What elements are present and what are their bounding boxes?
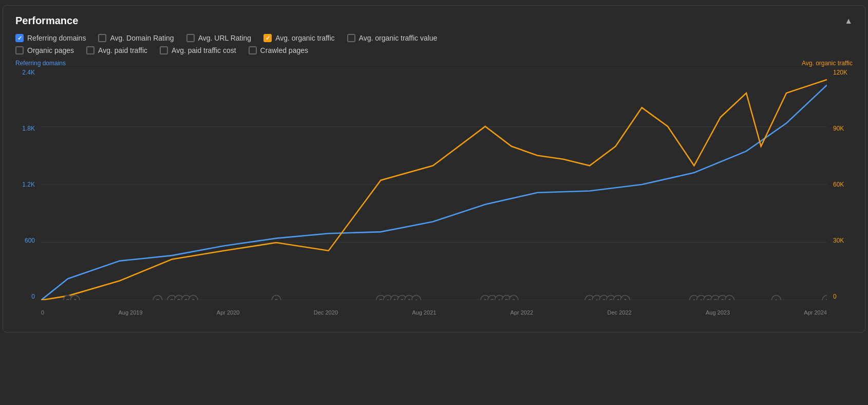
x-label-aug2021: Aug 2021: [412, 309, 436, 316]
chart-inner: 2.4K 1.8K 1.2K 600 0 120K 90K 60K 30K 0: [15, 69, 853, 316]
checkbox-avg-organic-traffic-value[interactable]: Avg. organic traffic value: [347, 34, 438, 42]
x-label-apr2022: Apr 2022: [511, 309, 534, 316]
chart-area: Referring domains Avg. organic traffic 2…: [15, 60, 853, 327]
x-label-dec2020: Dec 2020: [314, 309, 338, 316]
x-axis: 0 Aug 2019 Apr 2020 Dec 2020 Aug 2021 Ap…: [41, 300, 827, 316]
checkbox-label-avg-paid-traffic: Avg. paid traffic: [98, 46, 147, 54]
event-markers: G 2 G G G 2 G a: [63, 296, 827, 300]
x-label-apr2024: Apr 2024: [804, 309, 827, 316]
page-title: Performance: [15, 15, 78, 27]
x-label-0: 0: [41, 309, 44, 316]
orange-line: [41, 80, 827, 300]
checkbox-label-crawled-pages: Crawled pages: [260, 46, 308, 54]
checkbox-label-avg-url-rating: Avg. URL Rating: [198, 34, 252, 42]
checkbox-label-referring-domains: Referring domains: [27, 34, 86, 42]
blue-line: [41, 85, 827, 300]
checkbox-crawled-pages[interactable]: Crawled pages: [249, 46, 308, 54]
checkbox-box-avg-organic-traffic: ✓: [263, 34, 272, 42]
checkbox-box-crawled-pages: [249, 46, 257, 54]
x-label-dec2022: Dec 2022: [608, 309, 632, 316]
right-axis-label: Avg. organic traffic: [802, 60, 853, 67]
left-axis-label: Referring domains: [15, 60, 66, 67]
checkbox-avg-domain-rating[interactable]: Avg. Domain Rating: [98, 34, 174, 42]
checkbox-avg-organic-traffic[interactable]: ✓ Avg. organic traffic: [263, 34, 334, 42]
y-right-2: 60K: [833, 181, 844, 188]
x-label-apr2020: Apr 2020: [217, 309, 240, 316]
y-right-1: 90K: [833, 125, 844, 132]
performance-widget: Performance ▲ ✓ Referring domains Avg. D…: [3, 5, 865, 333]
checkbox-label-avg-paid-traffic-cost: Avg. paid traffic cost: [172, 46, 236, 54]
checkbox-box-avg-organic-traffic-value: [347, 34, 355, 42]
axis-labels-row: Referring domains Avg. organic traffic: [15, 60, 853, 67]
y-axis-right: 120K 90K 60K 30K 0: [829, 69, 853, 300]
checkboxes-row1: ✓ Referring domains Avg. Domain Rating A…: [15, 34, 853, 42]
collapse-button[interactable]: ▲: [844, 16, 853, 26]
checkbox-avg-paid-traffic[interactable]: Avg. paid traffic: [86, 46, 147, 54]
checkbox-avg-url-rating[interactable]: Avg. URL Rating: [186, 34, 252, 42]
header-row: Performance ▲: [15, 15, 853, 27]
checkbox-box-referring-domains: ✓: [15, 34, 24, 42]
checkbox-label-avg-organic-traffic: Avg. organic traffic: [275, 34, 334, 42]
checkbox-box-avg-url-rating: [186, 34, 195, 42]
checkbox-label-avg-organic-traffic-value: Avg. organic traffic value: [359, 34, 438, 42]
checkbox-label-avg-domain-rating: Avg. Domain Rating: [110, 34, 174, 42]
y-left-2: 1.2K: [22, 181, 35, 188]
x-label-aug2019: Aug 2019: [118, 309, 142, 316]
y-right-0: 120K: [833, 69, 847, 76]
checkbox-label-organic-pages: Organic pages: [27, 46, 74, 54]
checkbox-box-avg-paid-traffic: [86, 46, 95, 54]
y-axis-left: 2.4K 1.8K 1.2K 600 0: [15, 69, 39, 300]
checkbox-organic-pages[interactable]: Organic pages: [15, 46, 74, 54]
checkbox-box-organic-pages: [15, 46, 24, 54]
y-left-0: 2.4K: [22, 69, 35, 76]
y-left-3: 600: [25, 237, 35, 244]
y-left-1: 1.8K: [22, 125, 35, 132]
checkboxes-row2: Organic pages Avg. paid traffic Avg. pai…: [15, 46, 853, 54]
checkbox-box-avg-domain-rating: [98, 34, 106, 42]
checkbox-avg-paid-traffic-cost[interactable]: Avg. paid traffic cost: [160, 46, 236, 54]
chart-svg: G 2 G G G 2 G a: [41, 69, 827, 300]
checkbox-referring-domains[interactable]: ✓ Referring domains: [15, 34, 86, 42]
y-right-4: 0: [833, 293, 837, 300]
x-label-aug2023: Aug 2023: [706, 309, 730, 316]
checkbox-box-avg-paid-traffic-cost: [160, 46, 168, 54]
y-left-4: 0: [31, 293, 35, 300]
y-right-3: 30K: [833, 237, 844, 244]
